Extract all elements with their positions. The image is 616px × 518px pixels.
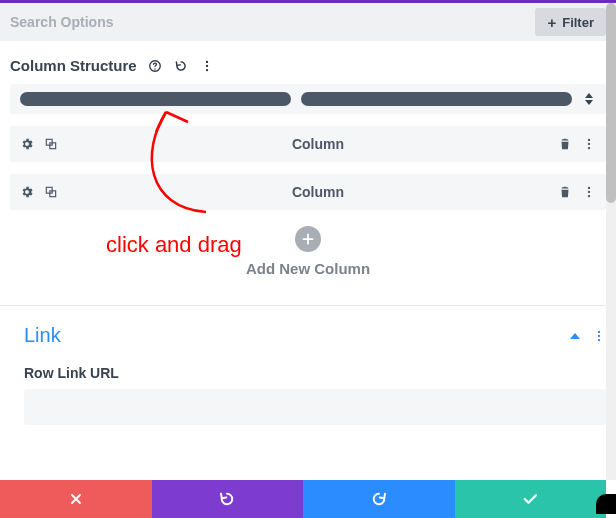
- svg-point-2: [206, 60, 208, 62]
- add-column-button[interactable]: [295, 226, 321, 252]
- close-icon: [68, 491, 84, 507]
- svg-point-7: [588, 139, 590, 141]
- column-item[interactable]: Column: [10, 126, 606, 162]
- column-structure-section: Column Structure Column: [0, 41, 616, 305]
- reset-icon[interactable]: [173, 58, 189, 74]
- section-header: Column Structure: [10, 57, 606, 74]
- layout-column-1[interactable]: [20, 92, 291, 106]
- duplicate-icon[interactable]: [44, 185, 58, 199]
- svg-point-4: [206, 68, 208, 70]
- layout-column-2[interactable]: [301, 92, 572, 106]
- add-column-area: Add New Column: [10, 210, 606, 305]
- svg-point-9: [588, 147, 590, 149]
- duplicate-icon[interactable]: [44, 137, 58, 151]
- bottom-action-bar: [0, 480, 606, 518]
- trash-icon[interactable]: [558, 137, 572, 151]
- svg-point-13: [588, 191, 590, 193]
- confirm-button[interactable]: [455, 480, 607, 518]
- close-button[interactable]: [0, 480, 152, 518]
- svg-point-15: [598, 330, 600, 332]
- sort-toggle[interactable]: [582, 93, 596, 105]
- row-link-url-label: Row Link URL: [0, 365, 616, 389]
- gear-icon[interactable]: [20, 137, 34, 151]
- search-bar: Search Options + Filter: [0, 3, 616, 41]
- plus-icon: +: [547, 14, 556, 31]
- search-placeholder[interactable]: Search Options: [10, 14, 113, 30]
- link-header-controls: [570, 329, 606, 343]
- more-icon[interactable]: [582, 137, 596, 151]
- gear-icon[interactable]: [20, 185, 34, 199]
- corner-badge: [596, 494, 616, 514]
- column-left-controls: [20, 185, 80, 199]
- redo-button[interactable]: [303, 480, 455, 518]
- more-icon[interactable]: [582, 185, 596, 199]
- help-icon[interactable]: [147, 58, 163, 74]
- trash-icon[interactable]: [558, 185, 572, 199]
- layout-preview[interactable]: [10, 84, 606, 114]
- svg-point-17: [598, 338, 600, 340]
- filter-label: Filter: [562, 15, 594, 30]
- undo-icon: [218, 490, 236, 508]
- link-section-header[interactable]: Link: [0, 306, 616, 365]
- more-icon[interactable]: [592, 329, 606, 343]
- row-link-url-input[interactable]: [24, 389, 606, 425]
- column-right-controls: [556, 185, 596, 199]
- column-right-controls: [556, 137, 596, 151]
- scrollbar-thumb[interactable]: [606, 3, 616, 203]
- column-item[interactable]: Column: [10, 174, 606, 210]
- column-left-controls: [20, 137, 80, 151]
- column-label: Column: [80, 136, 556, 152]
- chevron-down-icon: [585, 100, 593, 105]
- check-icon: [521, 490, 539, 508]
- svg-point-12: [588, 187, 590, 189]
- undo-button[interactable]: [152, 480, 304, 518]
- filter-button[interactable]: + Filter: [535, 8, 606, 36]
- svg-point-14: [588, 195, 590, 197]
- svg-point-16: [598, 334, 600, 336]
- plus-icon: [301, 232, 315, 246]
- add-column-label: Add New Column: [10, 260, 606, 277]
- more-icon[interactable]: [199, 58, 215, 74]
- row-link-url-wrap: [0, 389, 616, 447]
- section-title: Column Structure: [10, 57, 137, 74]
- redo-icon: [370, 490, 388, 508]
- svg-point-8: [588, 143, 590, 145]
- collapse-icon[interactable]: [570, 333, 580, 339]
- svg-point-1: [154, 68, 156, 70]
- svg-point-3: [206, 64, 208, 66]
- chevron-up-icon: [585, 93, 593, 98]
- column-label: Column: [80, 184, 556, 200]
- link-title: Link: [24, 324, 61, 347]
- scrollbar[interactable]: [606, 3, 616, 480]
